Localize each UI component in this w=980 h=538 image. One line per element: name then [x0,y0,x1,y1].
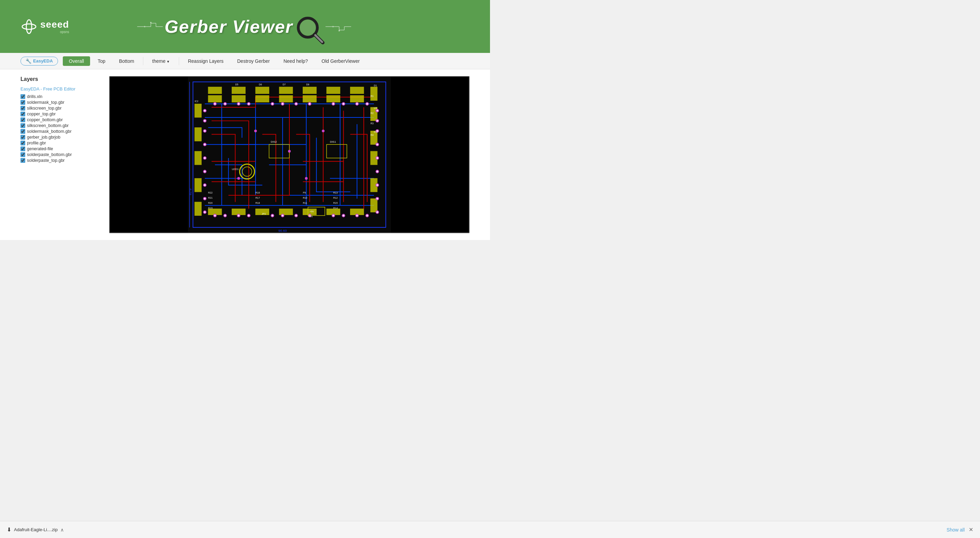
nav-bottom-button[interactable]: Bottom [113,56,140,66]
svg-point-112 [248,103,250,105]
svg-point-137 [376,197,378,199]
svg-text:R4: R4 [371,134,374,136]
svg-rect-30 [256,87,269,94]
svg-text:R2: R2 [371,112,374,115]
svg-point-143 [272,215,273,216]
nav-reassign-button[interactable]: Reassign Layers [182,56,230,66]
layer-item: generated-file [21,146,102,151]
svg-point-96 [237,177,240,180]
svg-point-133 [376,144,378,145]
layer-checkbox[interactable] [21,158,25,163]
layer-checkbox[interactable] [21,94,25,99]
svg-point-94 [322,130,325,132]
svg-point-123 [204,130,206,132]
layer-name: soldermask_top.gbr [27,100,65,105]
svg-text:R10: R10 [303,197,307,199]
easyeda-brand-button[interactable]: 🔧 EasyEDA [21,57,58,65]
svg-point-136 [376,184,378,186]
circuit-deco-left [137,22,164,32]
svg-point-129 [204,211,206,213]
svg-point-131 [376,120,378,121]
svg-text:D1: D1 [374,84,377,87]
layer-checkbox[interactable] [21,106,25,111]
svg-text:D6: D6 [259,83,262,86]
nav-help-button[interactable]: Need help? [277,56,314,66]
layer-checkbox[interactable] [21,146,25,151]
svg-rect-38 [279,96,293,102]
layer-checkbox[interactable] [21,100,25,105]
svg-text:R22: R22 [208,191,213,194]
seeed-logo-icon [21,18,38,35]
svg-rect-31 [279,87,293,94]
svg-rect-47 [371,199,377,212]
svg-rect-34 [350,87,364,94]
svg-point-124 [204,144,206,145]
navbar: 🔧 EasyEDA Overall Top Bottom theme Reass… [0,53,490,69]
nav-overall-button[interactable]: Overall [63,56,90,66]
layer-list: drills.xlnsoldermask_top.gbrsilkscreen_t… [21,94,102,163]
layer-item: silkscreen_top.gbr [21,106,102,111]
layer-checkbox[interactable] [21,135,25,140]
svg-point-125 [204,157,206,159]
layer-name: drills.xln [27,94,42,99]
nav-old-button[interactable]: Old GerberViewer [315,56,366,66]
layer-item: silkscreen_bottom.gbr [21,123,102,128]
layer-item: gerber_job.gbrjob [21,135,102,140]
layer-name: copper_bottom.gbr [27,118,63,122]
easyeda-icon: 🔧 [25,58,32,64]
svg-text:IC1: IC1 [374,131,378,133]
nav-theme-button[interactable]: theme [146,56,176,66]
logo-text: seeed [40,19,69,30]
svg-point-148 [343,215,344,216]
nav-top-button[interactable]: Top [91,56,111,66]
svg-rect-36 [232,96,245,102]
svg-rect-28 [208,87,222,94]
svg-point-111 [238,103,240,105]
svg-text:U3: U3 [374,107,377,109]
pcb-viewer[interactable]: 90.60 82.9 [109,76,469,233]
easyeda-pcb-link[interactable]: EasyEDA - Free PCB Editor [21,86,102,91]
svg-point-150 [366,215,368,216]
svg-point-114 [282,103,283,105]
pcb-svg: 90.60 82.9 [110,77,469,232]
layer-checkbox[interactable] [21,129,25,134]
svg-point-121 [204,110,206,111]
svg-rect-37 [256,96,269,102]
layer-item: profile.gbr [21,141,102,145]
svg-rect-49 [194,128,201,141]
layer-item: copper_top.gbr [21,111,102,116]
svg-rect-42 [371,87,377,101]
svg-text:82.9: 82.9 [188,188,192,195]
layer-item: soldermask_top.gbr [21,100,102,105]
svg-point-119 [356,103,358,105]
sidebar-title: Layers [21,76,102,82]
layer-checkbox[interactable] [21,118,25,122]
magnifier-icon [295,15,326,45]
layer-checkbox[interactable] [21,111,25,116]
layer-checkbox[interactable] [21,152,25,157]
svg-rect-29 [232,87,245,94]
svg-text:R11: R11 [303,202,307,204]
svg-point-134 [376,157,378,159]
svg-point-147 [332,215,334,216]
svg-rect-39 [303,96,317,102]
svg-rect-41 [350,96,364,102]
nav-separator-2 [179,57,179,65]
svg-text:R1: R1 [371,95,374,97]
svg-rect-32 [303,87,317,94]
svg-point-15 [332,26,334,27]
svg-point-109 [214,103,216,105]
easyeda-brand-label: EasyEDA [33,58,53,64]
svg-rect-50 [194,151,201,165]
svg-text:R13: R13 [333,191,338,194]
svg-point-0 [26,20,32,33]
svg-rect-52 [194,202,201,216]
svg-text:D7: D7 [283,83,286,86]
svg-text:JP3: JP3 [262,213,266,215]
nav-destroy-button[interactable]: Destroy Gerber [231,56,276,66]
svg-point-149 [356,215,358,216]
layer-checkbox[interactable] [21,123,25,128]
layer-checkbox[interactable] [21,141,25,145]
svg-text:90.60: 90.60 [278,229,287,232]
svg-text:D5: D5 [235,83,238,86]
